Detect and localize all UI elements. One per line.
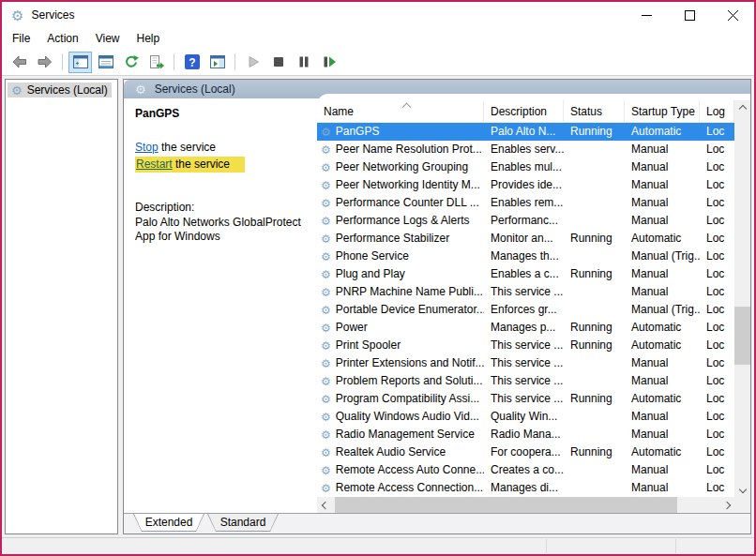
service-status bbox=[564, 372, 625, 390]
title-bar: ⚙ Services bbox=[2, 2, 754, 28]
column-header-log-on-as[interactable]: Log bbox=[700, 100, 734, 122]
table-row[interactable]: ⚙Plug and Play Enables a c... Running Ma… bbox=[317, 265, 734, 283]
export-list-icon[interactable] bbox=[144, 52, 168, 73]
table-row[interactable]: ⚙Peer Networking Grouping Enables mul...… bbox=[317, 158, 734, 176]
table-row[interactable]: ⚙Performance Stabilizer Monitor an... Ru… bbox=[317, 230, 734, 248]
services-app-icon: ⚙ bbox=[11, 8, 23, 23]
service-name: Phone Service bbox=[336, 248, 409, 265]
scroll-right-icon[interactable] bbox=[718, 497, 734, 513]
service-description: This service ... bbox=[484, 372, 564, 390]
vertical-scroll-thumb[interactable] bbox=[734, 307, 750, 365]
menu-action[interactable]: Action bbox=[38, 30, 86, 47]
status-bar bbox=[2, 537, 754, 554]
table-row[interactable]: ⚙Quality Windows Audio Vid... Quality Wi… bbox=[317, 408, 734, 426]
stop-service-icon[interactable] bbox=[266, 52, 290, 73]
column-header-status[interactable]: Status bbox=[564, 100, 625, 122]
table-row[interactable]: ⚙PNRP Machine Name Publi... This service… bbox=[317, 283, 734, 301]
column-header-description[interactable]: Description bbox=[484, 100, 564, 122]
service-gear-icon: ⚙ bbox=[321, 180, 331, 191]
scroll-down-icon[interactable] bbox=[734, 481, 750, 497]
start-service-icon[interactable] bbox=[241, 52, 265, 73]
service-startup-type: Manual (Trig... bbox=[625, 301, 700, 319]
service-log-on-as: Loc bbox=[700, 194, 734, 212]
service-log-on-as: Loc bbox=[700, 283, 734, 301]
stop-service-link[interactable]: Stop bbox=[135, 141, 159, 154]
service-log-on-as: Loc bbox=[700, 141, 734, 158]
service-startup-type: Manual bbox=[625, 354, 700, 372]
service-status: Running bbox=[564, 230, 625, 248]
menu-help[interactable]: Help bbox=[129, 30, 169, 47]
table-row[interactable]: ⚙Print Spooler This service ... Running … bbox=[317, 337, 734, 354]
table-row[interactable]: ⚙Portable Device Enumerator... Enforces … bbox=[317, 301, 734, 319]
service-gear-icon: ⚙ bbox=[321, 394, 331, 405]
status-bar-divider bbox=[675, 539, 676, 553]
column-header-name[interactable]: Name bbox=[317, 100, 484, 122]
service-startup-type: Manual bbox=[625, 265, 700, 283]
table-row[interactable]: ⚙Realtek Audio Service For coopera... Ru… bbox=[317, 443, 734, 461]
show-console-tree-icon[interactable] bbox=[68, 52, 92, 73]
service-name: Remote Access Auto Conne... bbox=[336, 461, 484, 479]
table-row[interactable]: ⚙PanGPS Palo Alto N... Running Automatic… bbox=[317, 123, 734, 141]
service-description: Manages di... bbox=[484, 479, 564, 497]
service-startup-type: Automatic bbox=[625, 337, 700, 354]
service-status: Running bbox=[564, 319, 625, 337]
help-icon[interactable]: ? bbox=[180, 52, 204, 73]
table-row[interactable]: ⚙Peer Networking Identity M... Provides … bbox=[317, 176, 734, 194]
list-header: Name Description Status Startup Type Log bbox=[317, 100, 734, 123]
service-description: Manages p... bbox=[484, 319, 564, 337]
close-button[interactable] bbox=[711, 2, 754, 28]
service-name: PNRP Machine Name Publi... bbox=[336, 283, 483, 301]
pause-service-icon[interactable] bbox=[292, 52, 315, 73]
service-status bbox=[564, 461, 625, 479]
table-row[interactable]: ⚙Problem Reports and Soluti... This serv… bbox=[317, 372, 734, 390]
column-header-startup-type[interactable]: Startup Type bbox=[625, 100, 700, 122]
tab-standard[interactable]: Standard bbox=[207, 514, 279, 532]
properties-icon[interactable] bbox=[94, 52, 117, 73]
table-row[interactable]: ⚙Radio Management Service Radio Mana... … bbox=[317, 426, 734, 443]
menu-bar: File Action View Help bbox=[2, 28, 754, 49]
service-status: Running bbox=[564, 337, 625, 354]
minimize-button[interactable] bbox=[625, 2, 668, 28]
horizontal-scrollbar[interactable] bbox=[317, 497, 734, 513]
service-log-on-as: Loc bbox=[700, 479, 734, 497]
table-row[interactable]: ⚙Phone Service Manages th... Manual (Tri… bbox=[317, 248, 734, 265]
refresh-icon[interactable] bbox=[119, 52, 143, 73]
show-action-pane-icon[interactable] bbox=[205, 52, 229, 73]
service-description: Monitor an... bbox=[484, 230, 564, 248]
service-links: Stop the service Restart the service bbox=[135, 141, 306, 173]
back-icon[interactable] bbox=[8, 52, 31, 73]
tab-extended[interactable]: Extended bbox=[133, 514, 204, 532]
console-tree-pane: ⚙ Services (Local) bbox=[5, 79, 118, 534]
scroll-left-icon[interactable] bbox=[317, 497, 333, 513]
forward-icon[interactable] bbox=[33, 52, 56, 73]
maximize-button[interactable] bbox=[668, 2, 711, 28]
tab-extended-label: Extended bbox=[133, 514, 204, 532]
table-row[interactable]: ⚙Power Manages p... Running Automatic Lo… bbox=[317, 319, 734, 337]
table-row[interactable]: ⚙Remote Access Auto Conne... Creates a c… bbox=[317, 461, 734, 479]
service-name: Performance Logs & Alerts bbox=[336, 212, 470, 230]
service-name: PanGPS bbox=[336, 123, 380, 141]
service-name: Quality Windows Audio Vid... bbox=[336, 408, 479, 426]
table-row[interactable]: ⚙Program Compatibility Assi... This serv… bbox=[317, 390, 734, 408]
restart-service-icon[interactable] bbox=[317, 52, 340, 73]
vertical-scrollbar[interactable] bbox=[734, 100, 750, 497]
table-row[interactable]: ⚙Printer Extensions and Notif... This se… bbox=[317, 354, 734, 372]
table-row[interactable]: ⚙Performance Counter DLL ... Enables rem… bbox=[317, 194, 734, 212]
service-gear-icon: ⚙ bbox=[321, 412, 331, 423]
menu-file[interactable]: File bbox=[4, 30, 38, 47]
menu-view[interactable]: View bbox=[87, 30, 129, 47]
service-description: This service ... bbox=[484, 337, 564, 354]
restart-service-link[interactable]: Restart bbox=[136, 158, 173, 171]
scroll-up-icon[interactable] bbox=[734, 100, 750, 116]
toolbar-separator bbox=[234, 53, 235, 70]
table-row[interactable]: ⚙Remote Access Connection... Manages di.… bbox=[317, 479, 734, 497]
service-startup-type: Manual bbox=[625, 372, 700, 390]
service-list-panel: Name Description Status Startup Type Log… bbox=[317, 94, 750, 513]
table-row[interactable]: ⚙Performance Logs & Alerts Performanc...… bbox=[317, 212, 734, 230]
tree-item-services-local[interactable]: ⚙ Services (Local) bbox=[8, 83, 112, 98]
table-row[interactable]: ⚙Peer Name Resolution Prot... Enables se… bbox=[317, 141, 734, 158]
toolbar: ? bbox=[2, 49, 754, 76]
service-log-on-as: Loc bbox=[700, 176, 734, 194]
horizontal-scroll-thumb[interactable] bbox=[335, 497, 677, 513]
service-status bbox=[564, 283, 625, 301]
